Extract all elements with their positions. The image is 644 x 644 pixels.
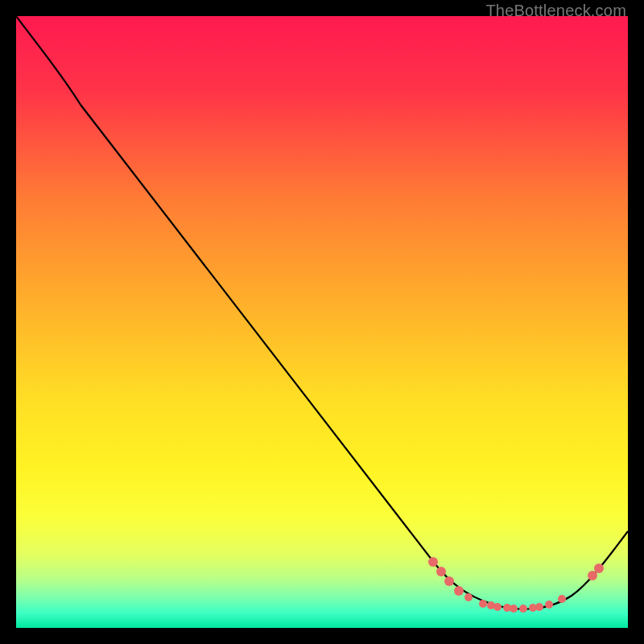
svg-point-3 — [444, 576, 454, 586]
chart-container: TheBottleneck.com — [0, 0, 644, 644]
svg-point-11 — [519, 605, 527, 613]
svg-point-8 — [493, 603, 502, 611]
svg-point-15 — [558, 595, 566, 603]
svg-point-4 — [454, 586, 464, 596]
svg-point-2 — [436, 567, 446, 576]
bottleneck-curve — [16, 16, 628, 628]
svg-point-1 — [428, 557, 438, 567]
svg-point-10 — [510, 605, 518, 613]
curve-path — [16, 16, 628, 609]
svg-point-13 — [535, 603, 543, 611]
plot-area — [16, 16, 628, 628]
svg-point-16 — [588, 571, 597, 580]
svg-point-14 — [545, 601, 553, 609]
svg-point-5 — [464, 593, 473, 601]
svg-point-17 — [594, 564, 604, 573]
svg-point-6 — [479, 600, 487, 608]
